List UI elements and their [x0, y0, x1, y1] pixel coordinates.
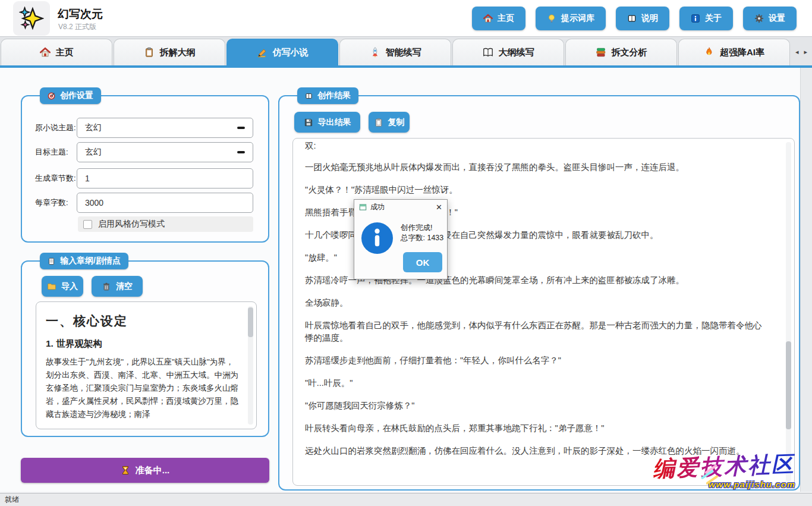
tab-outline-continue[interactable]: 大纲续写	[452, 39, 564, 65]
outline-input-panel: 输入章纲/剧情点 导入 清空 一、核心设定 1. 世界观架构 故事发生于"九州玄…	[21, 260, 269, 437]
creation-settings-panel: 创作设置 原小说主题: 玄幻 目标主题: 玄幻 生成章节数: 每章字数:	[21, 95, 269, 243]
app-logo	[13, 1, 50, 36]
export-result-button-label: 导出结果	[318, 117, 351, 128]
tab-outline-breakdown[interactable]: 拆解大纲	[114, 39, 225, 65]
words-per-chapter-row: 每章字数:	[35, 193, 253, 213]
settings-button-label: 设置	[769, 13, 785, 24]
home-button[interactable]: 主页	[472, 7, 525, 30]
tab-outline-breakdown-label: 拆解大纲	[160, 47, 196, 58]
tab-home[interactable]: 主页	[1, 39, 112, 65]
window-right-gutter	[800, 68, 812, 492]
settings-button[interactable]: 设置	[743, 7, 797, 30]
result-scrollbar-thumb[interactable]	[786, 341, 791, 429]
result-text-area[interactable]: 双: 一团火焰毫无预兆地从叶辰体内爆发而出，直接吞没了黑熊的拳头。盗匪头目惨叫一…	[292, 138, 795, 486]
creation-result-panel: 创作结果 导出结果 复制 双: 一团火焰毫无预兆地从叶辰体内爆发而出，直接吞没了…	[278, 95, 800, 491]
success-message-line2: 总字数: 1433	[401, 233, 443, 243]
tab-text-analysis[interactable]: 拆文分析	[565, 39, 677, 65]
source-theme-select[interactable]: 玄幻	[77, 118, 253, 138]
prompt-library-button[interactable]: 提示词库	[536, 7, 606, 30]
source-theme-label: 原小说主题:	[35, 122, 77, 133]
home-button-label: 主页	[498, 13, 514, 24]
tab-reduce-ai-rate-label: 超强降AI率	[720, 47, 764, 58]
home-icon	[40, 47, 51, 58]
target-theme-row: 目标主题: 玄幻	[35, 142, 253, 162]
tab-reduce-ai-rate[interactable]: 超强降AI率	[678, 39, 790, 65]
about-button[interactable]: 关于	[679, 7, 733, 30]
success-dialog: 成功 ✕ 创作完成! 总字数: 1433 OK	[354, 199, 448, 279]
target-icon	[48, 92, 55, 100]
source-theme-row: 原小说主题: 玄幻	[35, 118, 253, 138]
tab-imitate-novel-label: 仿写小说	[273, 47, 309, 58]
copy-icon	[374, 118, 383, 127]
rocket-icon	[370, 47, 380, 58]
source-theme-value: 玄幻	[85, 122, 102, 133]
info-icon	[691, 14, 700, 23]
result-paragraph: 叶辰转头看向母亲，在林氏鼓励的点头后，郑重其事地跪下行礼："弟子愿意！"	[305, 422, 769, 435]
style-imitation-checkbox[interactable]	[83, 220, 92, 229]
main-content: 创作设置 原小说主题: 玄幻 目标主题: 玄幻 生成章节数: 每章字数:	[0, 68, 812, 492]
folder-icon	[47, 282, 56, 291]
words-per-chapter-input[interactable]	[77, 193, 253, 213]
export-result-button[interactable]: 导出结果	[294, 112, 360, 133]
tab-scroll-arrows: ◂ ▸	[791, 39, 812, 65]
info-circle-icon	[361, 222, 394, 254]
result-paragraph: "火灵体？！"苏清瑶眼中闪过一丝惊讶。	[305, 184, 769, 196]
result-scrollbar-track[interactable]	[786, 142, 791, 482]
tab-text-analysis-label: 拆文分析	[612, 47, 647, 58]
outline-heading: 一、核心设定	[46, 313, 240, 329]
chapter-count-input[interactable]	[77, 168, 253, 188]
creation-settings-title: 创作设置	[40, 87, 101, 104]
result-paragraph: 苏清瑶缓步走到他面前，仔细打量着他："年轻人，你叫什么名字？"	[305, 354, 769, 367]
bulb-icon	[547, 14, 556, 23]
result-paragraph: 全场寂静。	[305, 297, 769, 309]
import-button[interactable]: 导入	[42, 276, 83, 297]
status-bar: 就绪	[0, 493, 812, 506]
tab-imitate-novel[interactable]: 仿写小说	[226, 39, 338, 65]
copy-button[interactable]: 复制	[369, 112, 410, 133]
import-button-label: 导入	[61, 281, 78, 292]
tab-outline-continue-label: 大纲续写	[499, 47, 534, 58]
result-paragraph: "叶...叶辰。"	[305, 377, 769, 389]
outline-text-area[interactable]: 一、核心设定 1. 世界观架构 故事发生于"九州玄境"，此界以五座"镇天山脉"为…	[36, 301, 257, 429]
success-dialog-title: 成功	[370, 202, 385, 212]
style-imitation-row: 启用风格仿写模式	[78, 216, 253, 232]
outline-scrollbar-thumb[interactable]	[248, 307, 253, 337]
tab-smart-continue-label: 智能续写	[386, 47, 421, 58]
outline-input-title-label: 输入章纲/剧情点	[60, 256, 121, 266]
creation-settings-title-label: 创作设置	[60, 90, 93, 101]
clear-button[interactable]: 清空	[92, 276, 143, 297]
close-icon[interactable]: ✕	[436, 203, 442, 211]
chapter-count-row: 生成章节数:	[35, 168, 253, 188]
document-icon	[48, 257, 55, 265]
result-paragraph: 一团火焰毫无预兆地从叶辰体内爆发而出，直接吞没了黑熊的拳头。盗匪头目惨叫一声，连…	[305, 161, 769, 174]
copy-button-label: 复制	[388, 117, 405, 128]
creation-result-title-label: 创作结果	[317, 90, 351, 101]
success-dialog-message: 创作完成! 总字数: 1433	[401, 223, 443, 243]
instructions-button[interactable]: 说明	[616, 7, 669, 30]
ok-button[interactable]: OK	[403, 252, 442, 272]
window-icon	[359, 203, 367, 211]
prompt-library-button-label: 提示词库	[561, 13, 594, 24]
book-open-icon	[305, 92, 313, 100]
success-dialog-titlebar[interactable]: 成功 ✕	[354, 200, 447, 215]
home-icon	[483, 14, 493, 23]
dropdown-dash-icon	[237, 151, 245, 153]
tab-smart-continue[interactable]: 智能续写	[339, 39, 451, 65]
outline-scrollbar-track[interactable]	[248, 306, 253, 425]
tab-bar: 主页 拆解大纲 仿写小说 智能续写 大纲续写 拆文分析 超强降AI率 ◂ ▸	[0, 37, 812, 68]
tab-scroll-left-arrow[interactable]: ◂	[794, 47, 801, 57]
outline-subheading: 1. 世界观架构	[46, 338, 240, 350]
tab-scroll-right-arrow[interactable]: ▸	[802, 47, 810, 57]
start-generation-button-label: 准备中...	[136, 465, 170, 476]
start-generation-button[interactable]: 准备中...	[21, 458, 269, 483]
target-theme-select[interactable]: 玄幻	[77, 142, 253, 162]
clear-button-label: 清空	[116, 281, 133, 292]
clipboard-icon	[144, 47, 155, 58]
status-text: 就绪	[5, 495, 19, 505]
success-message-line1: 创作完成!	[401, 223, 443, 233]
app-title: 幻写次元	[58, 7, 103, 22]
sparkles-icon	[19, 7, 44, 30]
write-icon	[257, 47, 267, 58]
outline-body: 故事发生于"九州玄境"，此界以五座"镇天山脉"为界，划分出东炎、西漠、南泽、北寒…	[46, 356, 240, 421]
result-paragraph: 远处火山口的岩浆突然剧烈翻涌，仿佛在回应着什么。没人注意到，叶辰的影子深处，一缕…	[305, 445, 769, 457]
